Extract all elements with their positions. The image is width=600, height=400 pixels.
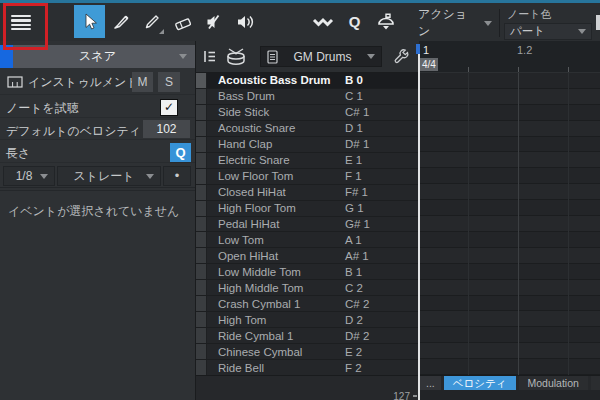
grid-row[interactable] <box>419 264 600 280</box>
drum-row[interactable]: Electric SnareE 1 <box>196 153 419 169</box>
wrench-icon[interactable] <box>393 48 410 65</box>
grid-row[interactable] <box>419 280 600 296</box>
row-preview-cell[interactable] <box>196 360 207 375</box>
note-color-dropdown[interactable]: パート <box>504 23 592 40</box>
drum-row[interactable]: Low Middle TomB 1 <box>196 264 419 280</box>
row-preview-cell[interactable] <box>196 280 207 295</box>
grid-line-eighth <box>568 73 569 375</box>
grid-row[interactable] <box>419 232 600 248</box>
row-preview-cell[interactable] <box>196 105 207 120</box>
row-preview-cell[interactable] <box>196 89 207 104</box>
pitch-names-preset-dropdown[interactable]: GM Drums <box>260 46 382 67</box>
drum-note: B 1 <box>345 266 415 278</box>
row-preview-cell[interactable] <box>196 73 207 88</box>
solo-button[interactable]: S <box>158 72 180 92</box>
row-preview-cell[interactable] <box>196 169 207 184</box>
sound-list-icon[interactable] <box>202 48 218 65</box>
grid-row[interactable] <box>419 311 600 327</box>
drum-row[interactable]: Chinese CymbalE 2 <box>196 344 419 360</box>
row-preview-cell[interactable] <box>196 344 207 359</box>
grid-row[interactable] <box>419 200 600 216</box>
grid-row[interactable] <box>419 137 600 153</box>
grid-row[interactable] <box>419 327 600 343</box>
quantize-button[interactable]: Q <box>339 5 370 38</box>
paint-tool-button[interactable] <box>105 5 136 38</box>
default-velocity-field[interactable]: 102 <box>143 120 190 138</box>
macros-button[interactable] <box>370 5 401 38</box>
hamburger-icon <box>11 15 31 17</box>
preset-name: GM Drums <box>278 50 367 64</box>
grid-row[interactable] <box>419 359 600 375</box>
row-preview-cell[interactable] <box>196 185 207 200</box>
listen-tool-button[interactable] <box>229 5 260 38</box>
row-preview-cell[interactable] <box>196 121 207 136</box>
grid-feel-dropdown[interactable]: ストレート <box>57 166 161 186</box>
clipped-toolbar-control <box>596 15 600 30</box>
menu-button[interactable] <box>6 9 36 36</box>
eraser-icon <box>173 12 193 32</box>
part-selector[interactable]: スネア <box>0 45 195 68</box>
velocity-lane-canvas[interactable] <box>419 390 600 400</box>
length-quantize-button[interactable]: Q <box>170 143 191 162</box>
mute-tool-button[interactable] <box>198 5 229 38</box>
drum-note: F 2 <box>345 362 415 374</box>
row-preview-cell[interactable] <box>196 312 207 327</box>
lane-tab-velocity[interactable]: ベロシティ <box>444 376 516 390</box>
grid-row[interactable] <box>419 216 600 232</box>
drum-row[interactable]: High Floor TomG 1 <box>196 201 419 217</box>
grid-row[interactable] <box>419 248 600 264</box>
lane-tab-pitch[interactable]: Pitch <box>591 376 600 390</box>
select-tool-button[interactable] <box>74 5 105 38</box>
drum-row[interactable]: Pedal HiHatG# 1 <box>196 217 419 233</box>
mute-button[interactable]: M <box>132 72 153 92</box>
drum-row[interactable]: High TomD 2 <box>196 312 419 328</box>
drum-row[interactable]: Ride BellF 2 <box>196 360 419 376</box>
grid-row[interactable] <box>419 343 600 359</box>
grid-row[interactable] <box>419 73 600 89</box>
drum-row[interactable]: High Middle TomC 2 <box>196 280 419 296</box>
part-start-edge-line[interactable] <box>418 44 420 400</box>
drum-row[interactable]: Low TomA 1 <box>196 232 419 248</box>
action-dropdown[interactable]: アクション <box>418 12 492 34</box>
drum-row[interactable]: Acoustic SnareD 1 <box>196 121 419 137</box>
row-preview-cell[interactable] <box>196 328 207 343</box>
lane-tab-modulation[interactable]: Modulation <box>519 376 588 390</box>
grid-row[interactable] <box>419 184 600 200</box>
row-preview-cell[interactable] <box>196 201 207 216</box>
grid-row[interactable] <box>419 121 600 137</box>
grid-row[interactable] <box>419 168 600 184</box>
row-preview-cell[interactable] <box>196 153 207 168</box>
audition-checkbox[interactable]: ✓ <box>160 99 178 116</box>
row-preview-cell[interactable] <box>196 217 207 232</box>
grid-row[interactable] <box>419 89 600 105</box>
drum-row[interactable]: Side StickC# 1 <box>196 105 419 121</box>
grid-row[interactable] <box>419 105 600 121</box>
drum-row[interactable]: Hand ClapD# 1 <box>196 137 419 153</box>
drum-row[interactable]: Low Floor TomF 1 <box>196 169 419 185</box>
row-preview-cell[interactable] <box>196 137 207 152</box>
row-preview-cell[interactable] <box>196 248 207 263</box>
drum-row[interactable]: Bass DrumC 1 <box>196 89 419 105</box>
row-preview-cell[interactable] <box>196 232 207 247</box>
drum-row[interactable]: Open HiHatA# 1 <box>196 248 419 264</box>
dotted-note-button[interactable]: • <box>163 166 191 186</box>
drum-row[interactable]: Closed HiHatF# 1 <box>196 185 419 201</box>
timeline-ruler[interactable]: 1 1.2 4/4 <box>419 41 600 73</box>
drum-row[interactable]: Crash Cymbal 1C# 2 <box>196 296 419 312</box>
row-preview-cell[interactable] <box>196 296 207 311</box>
default-velocity-label: デフォルトのベロシティ <box>6 123 141 140</box>
grid-row[interactable] <box>419 152 600 168</box>
automation-curves-button[interactable] <box>308 5 339 38</box>
grid-row[interactable] <box>419 296 600 312</box>
eraser-tool-button[interactable] <box>167 5 198 38</box>
chevron-down-icon <box>146 174 154 179</box>
automation-lane-strip: ...ベロシティModulationPitch 127 <box>196 375 600 400</box>
row-preview-cell[interactable] <box>196 264 207 279</box>
grid-resolution-dropdown[interactable]: 1/8 <box>3 166 55 186</box>
drum-row[interactable]: Ride Cymbal 1D# 2 <box>196 328 419 344</box>
drum-row[interactable]: Acoustic Bass DrumB 0 <box>196 73 419 89</box>
lane-tab-more[interactable]: ... <box>420 376 441 390</box>
pencil-tool-button[interactable] <box>136 5 167 38</box>
velocity-scale-max: 127 <box>350 391 410 400</box>
drum-mode-icon[interactable] <box>224 46 248 68</box>
